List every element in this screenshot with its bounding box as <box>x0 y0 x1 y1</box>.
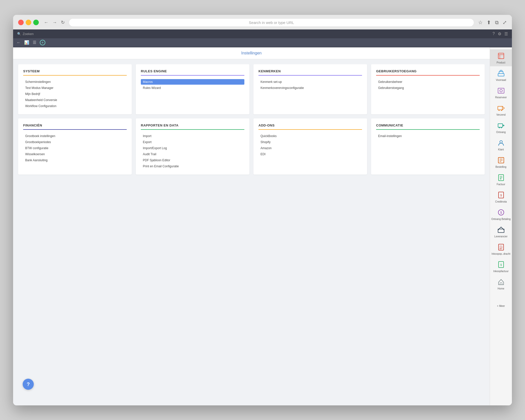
main-content: Instellingen SYSTEEMScherminstellingenTe… <box>13 47 512 405</box>
sidebar-label-verzend: Verzend <box>496 113 506 116</box>
section-title-communicatie: COMMUNICATIE <box>376 123 480 130</box>
menu-item-pdf-sjabloon-editor[interactable]: PDF Sjabloon Editor <box>141 157 244 163</box>
sidebar-label-reserveer: Reserveer <box>495 96 507 99</box>
settings-icon[interactable]: ⚙ <box>498 31 501 36</box>
svg-rect-0 <box>498 53 504 59</box>
svg-rect-5 <box>500 70 502 72</box>
close-button[interactable] <box>18 20 24 25</box>
svg-rect-6 <box>498 88 504 93</box>
sidebar-label-voorraad: Voorraad <box>496 79 506 82</box>
menu-item-print-en-email-configuratie[interactable]: Print en Email Configuratie <box>141 164 244 169</box>
svg-rect-12 <box>498 124 503 127</box>
menu-item-wisselkoersen[interactable]: Wisselkoersen <box>23 151 127 157</box>
bookmark-icon[interactable]: ☆ <box>478 19 483 25</box>
sidebar-item-bestelling[interactable]: Bestelling <box>490 154 512 171</box>
menu-item-shopify[interactable]: Shopify <box>258 139 362 145</box>
menu-item-test-modus-manager[interactable]: Test Modus Manager <box>23 85 127 91</box>
section-gebruikers: GEBRUIKERSTOEGANGGebruikersbeheerGebruik… <box>371 64 485 114</box>
chart-icon[interactable]: 📊 <box>24 40 29 45</box>
section-systeem: SYSTEEMScherminstellingenTest Modus Mana… <box>18 64 132 114</box>
sidebar-item-inkooporder[interactable]: POInkoopop..dracht <box>490 241 512 257</box>
sidebar-item-leverancier[interactable]: Leverancier <box>490 223 512 240</box>
menu-item-workflow-configuration[interactable]: Workflow Configuration <box>23 103 127 109</box>
sidebar-item-home[interactable]: Home <box>490 275 512 292</box>
browser-actions: ☆ ⬆ ⧉ ⤢ <box>478 19 507 25</box>
list-icon[interactable]: ☰ <box>33 40 36 45</box>
ontvang-betaling-icon: $ <box>497 208 506 217</box>
sidebar-item-ontvang-betaling[interactable]: $Ontvang Betaling <box>490 206 512 223</box>
svg-rect-8 <box>498 106 502 110</box>
factuur-icon: $ <box>497 173 506 182</box>
menu-item-grootboek-instellingen[interactable]: Grootboek instellingen <box>23 133 127 139</box>
menu-item-mijn-bedrijf[interactable]: Mijn Bedrijf <box>23 91 127 97</box>
menu-item-edi[interactable]: EDI <box>258 151 362 157</box>
menu-item-gebruikerstoegang[interactable]: Gebruikerstoegang <box>376 85 480 91</box>
app-toolbar: ← 📊 ☰ + <box>13 38 512 47</box>
verzend-icon <box>497 104 506 113</box>
fullscreen-icon[interactable]: ⤢ <box>503 19 507 25</box>
sidebar-item-verzend[interactable]: Verzend <box>490 102 512 118</box>
svg-text:$: $ <box>500 211 502 214</box>
menu-item-bank-aansluiting[interactable]: Bank Aansluiting <box>23 157 127 163</box>
section-title-kenmerken: KENMERKEN <box>258 69 362 76</box>
menu-item-email-instellingen[interactable]: Email-instellingen <box>376 133 480 139</box>
creditnota-icon: $ <box>497 190 506 200</box>
menu-item-kenmerkoverervingsconfiguratie[interactable]: Kenmerkoverervingsconfiguratie <box>258 85 362 91</box>
back-nav-icon[interactable]: ← <box>17 40 21 45</box>
sidebar-item-voorraad[interactable]: Voorraad <box>490 67 512 84</box>
sidebar-item-reserveer[interactable]: Reserveer <box>490 84 512 101</box>
user-icon[interactable]: ☰ <box>504 31 508 36</box>
search-label: Zoeken <box>23 32 34 36</box>
menu-item-quickbooks[interactable]: QuickBooks <box>258 133 362 139</box>
share-icon[interactable]: ⬆ <box>487 19 491 25</box>
svg-point-15 <box>501 127 502 128</box>
svg-point-16 <box>500 141 502 143</box>
search-bar[interactable]: 🔍 Zoeken <box>17 32 34 36</box>
back-button[interactable]: ← <box>43 19 49 26</box>
section-title-systeem: SYSTEEM <box>23 69 127 76</box>
menu-item-export[interactable]: Export <box>141 139 244 145</box>
menu-item-scherminstellingen[interactable]: Scherminstellingen <box>23 79 127 85</box>
forward-button[interactable]: → <box>51 19 58 26</box>
settings-grid: SYSTEEMScherminstellingenTest Modus Mana… <box>13 59 490 180</box>
menu-item-import[interactable]: Import <box>141 133 244 139</box>
menu-item-gebruikersbeheer[interactable]: Gebruikersbeheer <box>376 79 480 85</box>
sidebar-label-inkooporder: Inkoopop..dracht <box>491 252 510 255</box>
section-rules-engine: RULES ENGINEMacrosRules Wizard <box>136 64 249 114</box>
sidebar-item-inkoopfactuur[interactable]: $Inkoopfactuur <box>490 258 512 275</box>
sidebar-item-ontvang[interactable]: Ontvang <box>490 119 512 136</box>
menu-item-amazon[interactable]: Amazon <box>258 145 362 151</box>
minimize-button[interactable] <box>26 20 31 25</box>
menu-item-audit-trail[interactable]: Audit Trail <box>141 151 244 157</box>
bestelling-icon <box>497 156 506 165</box>
menu-item-grootboekperiodes[interactable]: Grootboekperiodes <box>23 139 127 145</box>
right-sidebar: ProductVoorraadReserveerVerzendOntvangKl… <box>490 47 512 405</box>
product-icon <box>497 51 506 60</box>
traffic-lights <box>18 20 39 25</box>
duplicate-icon[interactable]: ⧉ <box>495 20 499 25</box>
sidebar-item-klant[interactable]: Klant <box>490 136 512 153</box>
menu-item-macros[interactable]: Macros <box>141 79 244 85</box>
meer-icon <box>497 295 506 304</box>
menu-item-maateenheid-conversie[interactable]: Maateenheid Conversie <box>23 97 127 103</box>
address-bar[interactable]: Search in web or type URL <box>69 18 474 27</box>
help-button[interactable]: ? <box>23 379 34 390</box>
section-addons: ADD-ONSQuickBooksShopifyAmazonEDI <box>253 118 367 175</box>
sidebar-label-product: Product <box>497 61 505 64</box>
sidebar-item-meer[interactable]: + Meer <box>490 293 512 310</box>
add-button[interactable]: + <box>40 40 45 45</box>
sidebar-label-klant: Klant <box>498 148 504 151</box>
maximize-button[interactable] <box>33 20 39 25</box>
sidebar-item-creditnota[interactable]: $Creditnota <box>490 188 512 205</box>
help-icon[interactable]: ? <box>493 31 495 36</box>
reload-button[interactable]: ↻ <box>61 20 65 25</box>
menu-item-btw-configuratie[interactable]: BTW configuratie <box>23 145 127 151</box>
menu-item-kenmerk-set-up[interactable]: Kenmerk set-up <box>258 79 362 85</box>
sidebar-item-factuur[interactable]: $Factuur <box>490 171 512 188</box>
sidebar-label-inkoopfactuur: Inkoopfactuur <box>493 270 509 273</box>
menu-item-rules-wizard[interactable]: Rules Wizard <box>141 85 244 91</box>
section-title-financien: FINANCIËN <box>23 123 127 130</box>
sidebar-label-ontvang: Ontvang <box>496 131 506 134</box>
sidebar-item-product[interactable]: Product <box>490 49 512 66</box>
menu-item-importexport-log[interactable]: Import/Export Log <box>141 145 244 151</box>
